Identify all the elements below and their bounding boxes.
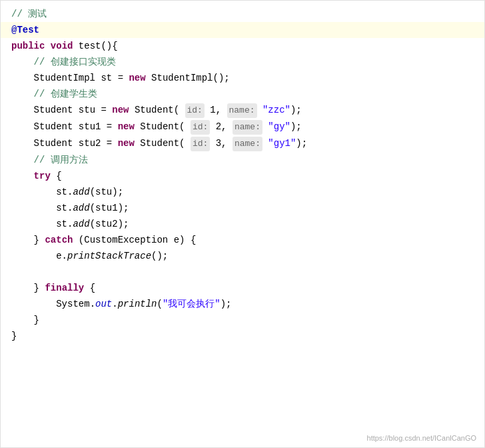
sp3	[146, 71, 151, 85]
str-println: "我可会执行"	[163, 297, 221, 311]
param-name-1: name:	[227, 103, 257, 118]
method-add-3: add	[73, 217, 89, 231]
comment-create-interface: // 创建接口实现类	[11, 55, 116, 69]
line-finally: } finally {	[1, 280, 484, 296]
paren-close-3: );	[296, 136, 307, 151]
line-studentimpl: StudentImpl st = new StudentImpl ();	[1, 70, 484, 86]
method-println: println	[118, 297, 157, 311]
param-id-3: id:	[191, 137, 210, 151]
line-printstacktrace: e. printStackTrace ();	[1, 248, 484, 264]
try-brace: {	[51, 169, 62, 183]
code-editor: // 测试 @Test public void test(){ // 创建接口实…	[0, 0, 485, 448]
param-id-1: id:	[185, 103, 205, 118]
args-stu: (stu);	[90, 185, 123, 199]
sp-name-3	[262, 136, 268, 151]
close-method-brace: }	[11, 329, 17, 343]
op-eq: =	[118, 71, 123, 85]
line-stu1: Student stu1 = new Student ( id: 2, name…	[1, 119, 484, 135]
sp	[107, 103, 112, 117]
sp-name-2	[262, 119, 268, 134]
paren-close-2: );	[290, 119, 302, 134]
watermark: https://blog.csdn.net/ICanlCanGO	[367, 434, 476, 442]
type-student-1: Student	[34, 103, 73, 117]
method-add-1: add	[73, 185, 89, 199]
st-add-stu: st.	[56, 185, 73, 199]
indent	[11, 103, 34, 117]
comment-text: // 测试	[11, 7, 47, 21]
dot2: .	[112, 297, 117, 311]
sp2	[129, 103, 134, 117]
str-zzc: "zzc"	[262, 103, 290, 117]
line-close-finally: }	[1, 312, 484, 328]
op-eq-1: =	[101, 103, 106, 117]
indent	[11, 169, 34, 183]
line-try: try {	[1, 168, 484, 184]
line-method-sig: public void test(){	[1, 38, 484, 54]
class-system: System	[56, 297, 89, 311]
st-add-stu1: st.	[56, 201, 73, 215]
var-stu: stu	[73, 103, 101, 117]
op-eq-2: =	[107, 119, 112, 134]
line-close-method: }	[1, 328, 484, 344]
indent2	[11, 217, 56, 231]
line-comment-create-student: // 创建学生类	[1, 86, 484, 102]
keyword-new: new	[129, 71, 145, 85]
indent1	[11, 71, 34, 85]
paren-open-1: (	[174, 103, 185, 117]
sp2	[123, 71, 129, 85]
param-id-2: id:	[191, 120, 210, 135]
type-student-2: Student	[34, 119, 73, 134]
class-student-2: Student	[140, 119, 179, 134]
method-printstacktrace: printStackTrace	[67, 249, 151, 263]
id-val-2: 2,	[210, 119, 233, 134]
paren-close-1: );	[290, 103, 302, 117]
method-name: test(){	[73, 39, 117, 53]
indent	[11, 136, 34, 151]
str-gy: "gy"	[268, 119, 290, 134]
indent2	[11, 201, 56, 215]
param-name-2: name:	[233, 120, 262, 135]
line-add-stu2: st. add (stu2);	[1, 216, 484, 232]
class-studentimpl: StudentImpl	[151, 71, 213, 85]
finally-brace: {	[84, 281, 95, 295]
paren-open-2: (	[179, 119, 191, 134]
catch-var: e) {	[168, 233, 196, 247]
keyword-new-2: new	[118, 119, 135, 134]
line-stu: Student stu = new Student ( id: 1, name:…	[1, 102, 484, 119]
keyword-public: public	[11, 39, 45, 53]
dot1: .	[90, 297, 95, 311]
field-out: out	[95, 297, 112, 311]
pst-parens: ();	[151, 249, 168, 263]
indent2	[11, 249, 56, 263]
class-student-1: Student	[135, 103, 174, 117]
line-add-stu1: st. add (stu1);	[1, 200, 484, 216]
e-dot: e.	[56, 249, 67, 263]
var-st: st	[95, 71, 118, 85]
keyword-new-1: new	[112, 103, 129, 117]
sp2	[135, 119, 140, 134]
type-student-3: Student	[34, 136, 73, 151]
keyword-try: try	[34, 169, 51, 183]
indent: }	[11, 233, 45, 247]
keyword-void: void	[51, 39, 73, 53]
class-customexception: CustomException	[84, 233, 168, 247]
id-val-3: 3,	[210, 136, 233, 151]
comment-create-student: // 创建学生类	[11, 87, 97, 101]
sp	[112, 119, 117, 134]
paren-open-3: (	[179, 136, 191, 151]
param-name-3: name:	[233, 137, 262, 151]
keyword-new-3: new	[118, 136, 135, 151]
method-add-2: add	[73, 201, 89, 215]
type-studentimpl: StudentImpl	[34, 71, 95, 85]
empty-space	[11, 265, 17, 279]
str-gy1: "gy1"	[268, 136, 296, 151]
indent: }	[11, 281, 45, 295]
indent2	[11, 185, 56, 199]
sp2	[135, 136, 140, 151]
op-eq-3: =	[107, 136, 112, 151]
sp	[112, 136, 117, 151]
close-finally-brace: }	[11, 313, 39, 327]
catch-open: (	[73, 233, 84, 247]
comment-call: // 调用方法	[11, 153, 88, 167]
line-stu2: Student stu2 = new Student ( id: 3, name…	[1, 135, 484, 152]
